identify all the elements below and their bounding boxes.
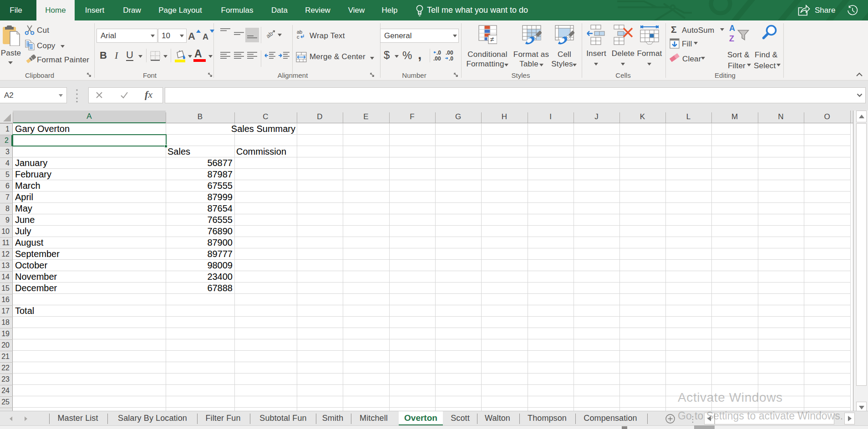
svg-text:≠: ≠	[490, 35, 494, 43]
svg-text:ab: ab	[266, 30, 274, 38]
svg-text:.00: .00	[433, 56, 441, 62]
svg-text:c: c	[297, 34, 299, 40]
svg-text:.0: .0	[449, 56, 453, 62]
